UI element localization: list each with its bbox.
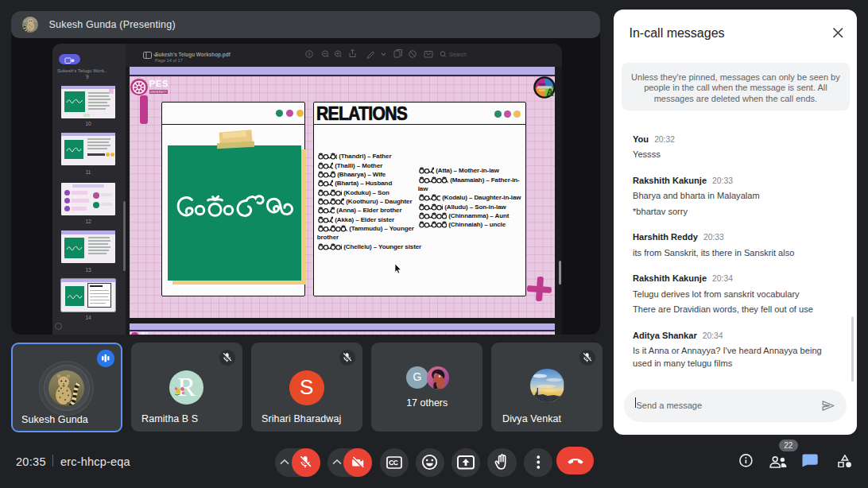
svg-text:Search: Search	[449, 52, 467, 57]
